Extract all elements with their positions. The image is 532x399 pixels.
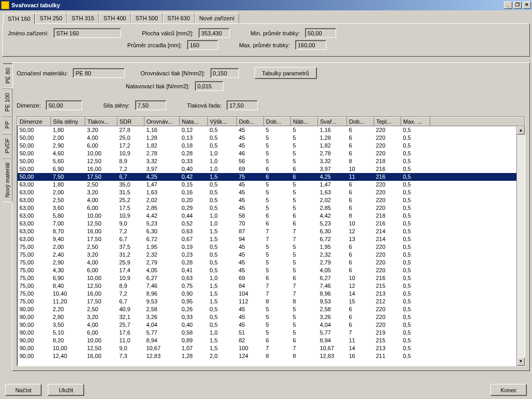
- vtab-pvdf[interactable]: PVDF: [3, 134, 12, 158]
- table-row[interactable]: 90,008,2010,0011,08,940,891,582668,94112…: [18, 337, 525, 344]
- table-row[interactable]: 75,002,002,5037,51,950,190,545551,956220…: [18, 243, 525, 251]
- table-row[interactable]: 50,006,9016,007,23,970,401,069663,971021…: [18, 165, 525, 173]
- table-row[interactable]: 75,002,403,2031,22,320,230,545552,326220…: [18, 251, 525, 259]
- col-header[interactable]: Max. ...: [401, 117, 430, 126]
- table-row[interactable]: 75,004,306,0017,44,050,410,545554,056220…: [18, 267, 525, 274]
- cell: 211: [374, 352, 401, 360]
- col-header[interactable]: Dimenze: [18, 117, 51, 126]
- tab-sth-630[interactable]: STH 630: [163, 13, 194, 23]
- col-header[interactable]: Svař...: [318, 117, 347, 126]
- plocha-field[interactable]: [198, 28, 230, 38]
- dim-field[interactable]: [46, 100, 82, 110]
- minimize-button[interactable]: _: [504, 2, 512, 9]
- col-header[interactable]: Dob...: [264, 117, 291, 126]
- col-header[interactable]: Nata...: [180, 117, 208, 126]
- rada-field[interactable]: [227, 100, 258, 110]
- col-header[interactable]: Orovnáv...: [144, 117, 180, 126]
- scroll-up-button[interactable]: ▲: [517, 126, 525, 135]
- close-button[interactable]: ✕: [523, 2, 531, 9]
- cell: 1,28: [144, 134, 180, 142]
- cell: 5: [264, 134, 291, 142]
- cell: 6,72: [144, 235, 180, 243]
- table-row[interactable]: 63,002,003,2031,51,630,160,545551,636220…: [18, 189, 525, 196]
- sila-field[interactable]: [135, 100, 166, 110]
- col-header[interactable]: Dob...: [347, 117, 374, 126]
- tabulky-button[interactable]: Tabulky parametrů: [255, 67, 317, 79]
- table-row[interactable]: 75,0011,2017,506,79,530,951,5112889,5315…: [18, 298, 525, 305]
- max-prumer-field[interactable]: [295, 40, 326, 50]
- table-row[interactable]: 63,001,802,5035,01,470,150,545551,476220…: [18, 181, 525, 189]
- table-row[interactable]: 63,007,0012,509,05,230,521,070665,231021…: [18, 220, 525, 228]
- exit-button[interactable]: Konec: [490, 384, 527, 396]
- cell: 0,67: [180, 235, 208, 243]
- table-row[interactable]: 90,003,504,0025,74,040,400,545554,046220…: [18, 321, 525, 329]
- load-button[interactable]: Načíst: [5, 384, 42, 396]
- table-row[interactable]: 63,003,606,0017,52,850,290,545552,856220…: [18, 204, 525, 212]
- col-header[interactable]: Dob...: [237, 117, 264, 126]
- table-row[interactable]: 63,002,504,0025,22,020,200,545552,026220…: [18, 196, 525, 204]
- table-row[interactable]: 75,0010,4016,007,28,960,901,5104778,9614…: [18, 290, 525, 298]
- table-row[interactable]: 50,002,906,0017,21,820,180,545551,826220…: [18, 142, 525, 150]
- natav-tlak-field[interactable]: [195, 81, 223, 91]
- cell: 6,7: [117, 298, 144, 305]
- col-header[interactable]: Náb...: [291, 117, 318, 126]
- maximize-button[interactable]: ❐: [513, 2, 522, 9]
- oznaceni-field[interactable]: [73, 68, 125, 78]
- cell: 2,00: [51, 134, 85, 142]
- cell: 7,00: [51, 220, 85, 228]
- tab-sth-315[interactable]: STH 315: [67, 13, 99, 23]
- table-row[interactable]: 50,004,6010,0010,92,780,281,046552,78622…: [18, 150, 525, 157]
- cell: 7: [291, 228, 318, 235]
- scroll-down-button[interactable]: ▼: [517, 357, 525, 366]
- table-row[interactable]: 50,002,004,0025,01,280,130,545551,286220…: [18, 134, 525, 142]
- window-title: Svařovací tabulky: [11, 2, 504, 8]
- vtab-nový-materiál[interactable]: Nový materiál: [3, 158, 12, 202]
- min-prumer-field[interactable]: [305, 28, 336, 38]
- cell: 1,0: [208, 274, 237, 282]
- cell: 75,00: [18, 251, 51, 259]
- vertical-scrollbar[interactable]: ▲ ▼: [516, 126, 525, 366]
- tab-sth-250[interactable]: STH 250: [35, 13, 66, 23]
- table-row[interactable]: 75,002,904,0025,92,790,280,545552,796220…: [18, 259, 525, 267]
- cell: 2,50: [85, 181, 117, 189]
- vtab-pe-100[interactable]: PE 100: [3, 88, 12, 116]
- table-row[interactable]: 50,001,803,2027,81,160,120,545551,166220…: [18, 126, 525, 134]
- cell: 218: [374, 157, 401, 165]
- table-row[interactable]: 90,005,106,0017,65,770,581,051555,777219…: [18, 329, 525, 337]
- col-header[interactable]: Tepl...: [374, 117, 401, 126]
- orov-tlak-field[interactable]: [210, 68, 239, 78]
- table-row[interactable]: 50,007,5017,506,74,250,421,575664,251121…: [18, 173, 525, 181]
- cell: 212: [374, 298, 401, 305]
- table-row[interactable]: 90,0012,4016,007,312,831,282,01248812,83…: [18, 352, 525, 360]
- table-row[interactable]: 90,0010,0012,509,010,671,071,51007710,67…: [18, 344, 525, 352]
- data-table[interactable]: DimenzeSíla stěnyTlakov...SDROrovnáv...N…: [17, 117, 525, 360]
- col-header[interactable]: Síla stěny: [51, 117, 85, 126]
- table-row[interactable]: 90,002,803,2032,13,260,330,545553,266220…: [18, 313, 525, 321]
- table-row[interactable]: 63,005,8010,0010,94,420,441,058664,42821…: [18, 212, 525, 220]
- vtab-pp[interactable]: PP: [3, 116, 12, 134]
- table-row[interactable]: 75,008,4012,508,97,460,751,584777,461221…: [18, 282, 525, 290]
- table-row[interactable]: 90,002,202,5040,92,580,260,545552,586220…: [18, 305, 525, 313]
- cell: 5: [291, 189, 318, 196]
- col-header[interactable]: Tlakov...: [85, 117, 117, 126]
- col-header[interactable]: Výšk...: [208, 117, 237, 126]
- cell: 1,5: [208, 290, 237, 298]
- scroll-track[interactable]: [517, 135, 525, 357]
- cell: 17,50: [85, 235, 117, 243]
- cell: 82: [237, 337, 264, 344]
- tab-sth-160[interactable]: STH 160: [3, 14, 35, 24]
- table-row[interactable]: 75,006,9010,0010,96,270,631,069666,27102…: [18, 274, 525, 282]
- table-row[interactable]: 63,009,4017,506,76,720,671,594776,721321…: [18, 235, 525, 243]
- prumer-zrcadla-field[interactable]: [187, 40, 218, 50]
- tab-sth-500[interactable]: STH 500: [131, 13, 163, 23]
- col-header[interactable]: SDR: [117, 117, 144, 126]
- table-row[interactable]: 63,008,7016,007,26,300,631,587776,301221…: [18, 228, 525, 235]
- vtab-pe-80[interactable]: PE 80: [3, 63, 13, 88]
- save-button[interactable]: Uložit: [48, 384, 84, 396]
- device-name-field[interactable]: [54, 28, 121, 38]
- table-row[interactable]: 50,005,6012,508,93,320,331,056553,328218…: [18, 157, 525, 165]
- tab-sth-400[interactable]: STH 400: [99, 13, 130, 23]
- cell: 0,5: [401, 150, 430, 157]
- tab-nové-zařízení[interactable]: Nové zařízení: [195, 13, 240, 23]
- cell: 0,33: [180, 157, 208, 165]
